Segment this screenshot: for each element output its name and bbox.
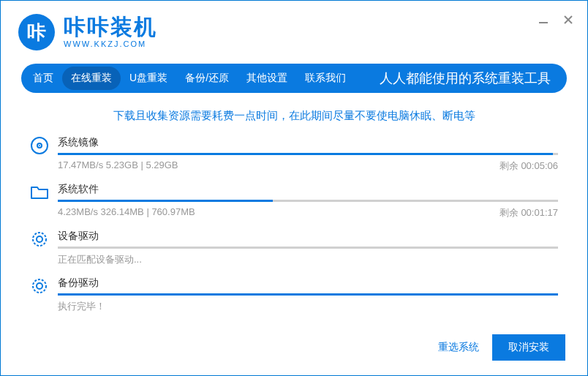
progress-section: 系统镜像 17.47MB/s 5.23GB | 5.29GB 剩余 00:05:…: [1, 136, 587, 313]
app-title: 咔咔装机: [64, 16, 157, 38]
progress-title: 设备驱动: [58, 230, 558, 243]
progress-fill: [58, 153, 553, 155]
progress-stats: 正在匹配设备驱动...: [58, 253, 142, 266]
progress-row-image: 系统镜像 17.47MB/s 5.23GB | 5.29GB 剩余 00:05:…: [30, 136, 558, 173]
progress-fill: [58, 293, 558, 296]
minimize-button[interactable]: [538, 14, 549, 26]
folder-icon: [30, 183, 58, 219]
logo-icon: 咔: [18, 14, 55, 50]
svg-point-6: [33, 233, 46, 246]
svg-point-5: [39, 145, 40, 146]
header: 咔 咔咔装机 WWW.KKZJ.COM: [1, 1, 587, 58]
progress-bar: [58, 200, 558, 202]
svg-point-8: [33, 279, 46, 293]
reselect-system-link[interactable]: 重选系统: [438, 341, 479, 354]
progress-remaining: 剩余 00:05:06: [500, 159, 558, 173]
cancel-install-button[interactable]: 取消安装: [492, 334, 565, 361]
logo-text: 咔咔装机 WWW.KKZJ.COM: [64, 16, 157, 48]
close-button[interactable]: [562, 14, 574, 26]
progress-fill: [58, 200, 273, 202]
nav-usb-reinstall[interactable]: U盘重装: [121, 67, 176, 90]
progress-row-software: 系统软件 4.23MB/s 326.14MB | 760.97MB 剩余 00:…: [30, 183, 558, 219]
nav-backup-restore[interactable]: 备份/还原: [176, 67, 238, 90]
gear-icon: [30, 277, 58, 313]
notice-text: 下载且收集资源需要耗费一点时间，在此期间尽量不要使电脑休眠、断电等: [1, 109, 587, 123]
svg-point-7: [37, 236, 42, 242]
disc-icon: [30, 136, 58, 173]
progress-bar: [58, 293, 558, 296]
progress-title: 备份驱动: [58, 277, 558, 290]
window-controls: [538, 14, 574, 26]
progress-title: 系统软件: [58, 183, 558, 196]
nav-home[interactable]: 首页: [24, 67, 62, 90]
progress-title: 系统镜像: [58, 136, 558, 149]
progress-stats: 4.23MB/s 326.14MB | 760.97MB: [58, 206, 195, 219]
footer: 重选系统 取消安装: [438, 334, 565, 361]
nav-contact[interactable]: 联系我们: [296, 67, 355, 90]
nav-tagline: 人人都能使用的系统重装工具: [380, 69, 564, 87]
nav-online-reinstall[interactable]: 在线重装: [62, 67, 121, 90]
svg-point-9: [37, 283, 42, 289]
progress-bar: [58, 153, 558, 155]
progress-row-backup: 备份驱动 执行完毕！: [30, 277, 558, 313]
app-url: WWW.KKZJ.COM: [64, 40, 157, 48]
progress-row-driver: 设备驱动 正在匹配设备驱动...: [30, 230, 558, 266]
progress-stats: 执行完毕！: [58, 300, 105, 313]
nav-bar: 首页 在线重装 U盘重装 备份/还原 其他设置 联系我们 人人都能使用的系统重装…: [21, 64, 567, 93]
progress-stats: 17.47MB/s 5.23GB | 5.29GB: [58, 159, 178, 173]
progress-remaining: 剩余 00:01:17: [500, 206, 558, 219]
progress-bar: [58, 247, 558, 249]
nav-other-settings[interactable]: 其他设置: [238, 67, 296, 90]
gear-icon: [30, 230, 58, 266]
